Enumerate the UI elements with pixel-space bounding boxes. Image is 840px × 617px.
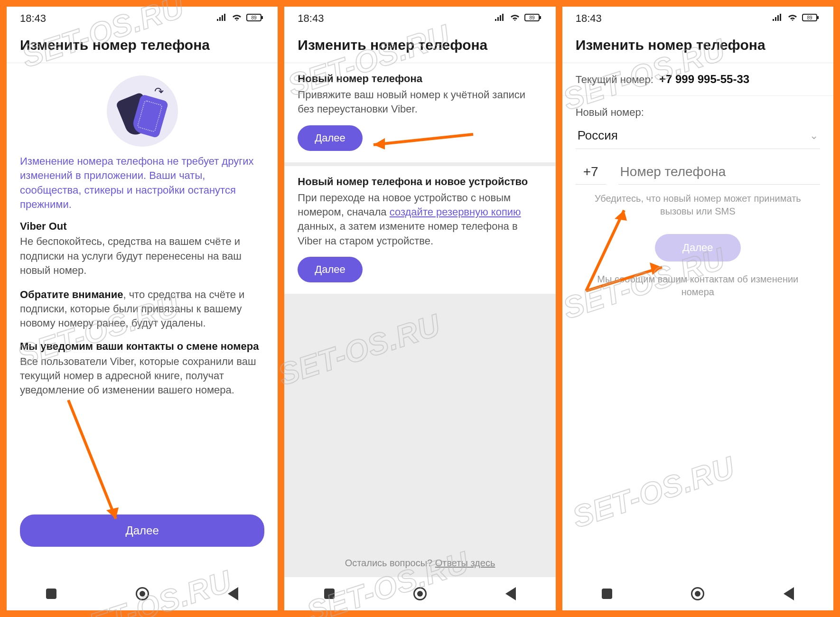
nav-home-icon[interactable]: [136, 587, 149, 600]
page-title: Изменить номер телефона: [298, 37, 542, 53]
svg-text:89: 89: [529, 15, 535, 20]
svg-rect-1: [261, 16, 263, 19]
viber-out-block: Viber Out Не беспокойтесь, средства на в…: [7, 220, 278, 287]
status-time: 18:43: [298, 12, 324, 25]
contacts-note: Мы сообщим вашим контактам об изменении …: [562, 273, 833, 299]
android-navbar: [7, 577, 278, 610]
notify-title: Мы уведомим ваши контакты о смене номера: [20, 340, 264, 353]
nav-home-icon[interactable]: [413, 587, 427, 600]
notify-block: Мы уведомим ваши контакты о смене номера…: [7, 340, 278, 407]
signal-icon: [494, 12, 505, 25]
status-time: 18:43: [576, 12, 602, 25]
nav-recent-icon[interactable]: [602, 589, 612, 599]
backup-link[interactable]: создайте резервную копию: [390, 206, 521, 218]
battery-icon: 89: [802, 12, 820, 25]
nav-home-icon[interactable]: [691, 587, 704, 600]
android-navbar: [562, 577, 833, 610]
page-header: Изменить номер телефона: [7, 30, 278, 63]
new-number-section: Новый номер телефона Привяжите ваш новый…: [284, 63, 555, 162]
section-title: Новый номер телефона и новое устройство: [298, 176, 542, 188]
current-number-value: +7 999 995-55-33: [659, 73, 749, 85]
faq-footer: Остались вопросы? Ответы здесь: [284, 558, 555, 569]
status-bar: 18:43 89: [284, 7, 555, 30]
current-number-row: Текущий номер: +7 999 995-55-33: [562, 63, 833, 96]
wifi-icon: [231, 12, 243, 25]
country-select[interactable]: Россия ⌄: [576, 123, 820, 149]
page-header: Изменить номер телефона: [284, 30, 555, 63]
page-header: Изменить номер телефона: [562, 30, 833, 63]
wifi-icon: [787, 12, 798, 25]
phone-input-row: +7: [576, 161, 820, 185]
faq-link[interactable]: Ответы здесь: [435, 558, 495, 568]
status-bar: 18:43 89: [7, 7, 278, 30]
attention-block: Обратите внимание, что средства на счёте…: [7, 288, 278, 340]
new-number-label: Новый номер:: [562, 96, 833, 123]
phone-screen-1: 18:43 89 Изменить номер телефона ↷ Измен…: [7, 7, 278, 610]
next-button-disabled: Далее: [655, 234, 740, 262]
android-navbar: [284, 577, 555, 610]
nav-back-icon[interactable]: [228, 587, 238, 600]
country-value: Россия: [578, 128, 618, 143]
next-button[interactable]: Далее: [20, 514, 264, 547]
chevron-down-icon: ⌄: [810, 130, 818, 142]
svg-rect-11: [817, 16, 819, 19]
wifi-icon: [509, 12, 521, 25]
nav-back-icon[interactable]: [505, 587, 516, 600]
next-button-1[interactable]: Далее: [298, 125, 362, 151]
nav-recent-icon[interactable]: [324, 589, 335, 599]
signal-icon: [772, 12, 783, 25]
status-icons: 89: [494, 12, 542, 25]
status-icons: 89: [772, 12, 820, 25]
viber-out-title: Viber Out: [20, 220, 264, 233]
svg-rect-6: [540, 16, 541, 19]
svg-text:89: 89: [807, 15, 812, 20]
section-title: Новый номер телефона: [298, 73, 542, 85]
nav-back-icon[interactable]: [784, 587, 794, 600]
intro-text: Изменение номера телефона не требует дру…: [7, 151, 278, 220]
battery-icon: 89: [246, 12, 264, 25]
new-device-section: Новый номер телефона и новое устройство …: [284, 162, 555, 294]
nav-recent-icon[interactable]: [46, 589, 56, 599]
current-number-label: Текущий номер:: [576, 74, 653, 85]
page-title: Изменить номер телефона: [576, 37, 820, 53]
screen2-content: Новый номер телефона Привяжите ваш новый…: [284, 63, 555, 577]
status-bar: 18:43 89: [562, 7, 833, 30]
screen1-content: ↷ Изменение номера телефона не требует д…: [7, 63, 278, 577]
battery-icon: 89: [524, 12, 542, 25]
page-title: Изменить номер телефона: [20, 37, 264, 53]
sim-swap-illustration: ↷: [107, 75, 178, 147]
screen3-content: Текущий номер: +7 999 995-55-33 Новый но…: [562, 63, 833, 577]
phone-number-input[interactable]: [618, 161, 820, 185]
section-text: Привяжите ваш новый номер к учётной запи…: [298, 88, 542, 117]
sms-hint: Убедитесь, что новый номер может принима…: [562, 187, 833, 218]
phone-screen-2: 18:43 89 Изменить номер телефона Новый н…: [284, 7, 555, 610]
attention-text: Обратите внимание, что средства на счёте…: [20, 288, 264, 331]
status-time: 18:43: [20, 12, 46, 25]
notify-text: Все пользователи Viber, которые сохранил…: [20, 355, 264, 398]
signal-icon: [216, 12, 227, 25]
country-code[interactable]: +7: [576, 161, 606, 185]
phone-screen-3: 18:43 89 Изменить номер телефона Текущий…: [562, 7, 833, 610]
next-button-2[interactable]: Далее: [298, 257, 362, 282]
status-icons: 89: [216, 12, 264, 25]
section-text: При переходе на новое устройство с новым…: [298, 191, 542, 248]
svg-text:89: 89: [252, 15, 257, 20]
viber-out-text: Не беспокойтесь, средства на вашем счёте…: [20, 234, 264, 278]
